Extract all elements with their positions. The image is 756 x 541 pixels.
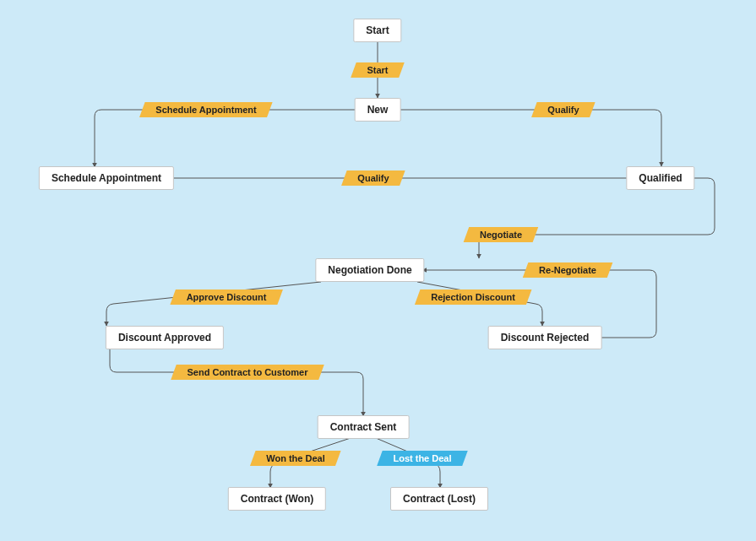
action-label: Lost the Deal (393, 453, 451, 463)
state-label: Schedule Appointment (52, 172, 161, 184)
state-label: Discount Approved (118, 332, 211, 344)
state-new: New (355, 98, 401, 122)
state-discount-approved: Discount Approved (106, 326, 224, 349)
action-label: Re-Negotiate (539, 265, 596, 275)
action-label: Qualify (547, 105, 579, 115)
state-label: Negotiation Done (328, 264, 411, 276)
action-send-contract: Send Contract to Customer (171, 365, 324, 380)
action-start: Start (351, 62, 405, 78)
state-negotiation-done: Negotiation Done (315, 258, 424, 282)
state-schedule-appointment: Schedule Appointment (39, 166, 174, 190)
action-label: Negotiate (480, 230, 522, 240)
action-label: Won the Deal (266, 453, 324, 463)
state-qualified: Qualified (626, 166, 694, 190)
action-schedule-appointment: Schedule Appointment (139, 102, 273, 117)
action-qualify-mid: Qualify (341, 170, 405, 186)
state-label: Contract (Won) (241, 493, 313, 505)
state-contract-sent: Contract Sent (318, 415, 410, 439)
state-label: Contract (Lost) (403, 493, 476, 505)
state-contract-won: Contract (Won) (228, 487, 326, 511)
action-negotiate: Negotiate (464, 227, 539, 242)
state-label: Start (366, 24, 389, 36)
state-discount-rejected: Discount Rejected (488, 326, 602, 349)
action-rejection-discount: Rejection Discount (415, 289, 531, 305)
action-label: Qualify (357, 173, 389, 183)
action-label: Approve Discount (187, 292, 267, 302)
state-label: Contract Sent (330, 421, 397, 433)
action-qualify-top: Qualify (531, 102, 596, 117)
action-approve-discount: Approve Discount (170, 289, 282, 305)
action-label: Send Contract to Customer (187, 367, 307, 377)
action-lost-deal: Lost the Deal (377, 451, 468, 466)
action-label: Schedule Appointment (155, 105, 256, 115)
action-label: Start (367, 65, 388, 75)
action-label: Rejection Discount (431, 292, 515, 302)
state-contract-lost: Contract (Lost) (390, 487, 488, 511)
state-label: New (367, 104, 389, 116)
action-won-deal: Won the Deal (250, 451, 341, 466)
state-label: Qualified (639, 172, 682, 184)
state-label: Discount Rejected (501, 332, 590, 344)
state-start: Start (353, 19, 401, 42)
action-re-negotiate: Re-Negotiate (523, 262, 612, 278)
